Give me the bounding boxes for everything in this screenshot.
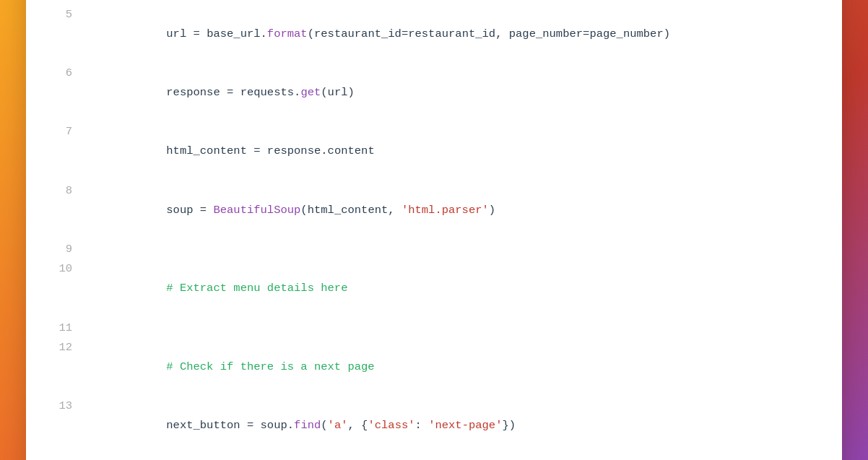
code-table: 1 base_url = 'https://www.talabat.com/re… xyxy=(49,0,819,460)
table-row: 9 xyxy=(49,240,819,259)
table-row: 12 # Check if there is a next page xyxy=(49,338,819,396)
line-number: 14 xyxy=(49,455,72,460)
table-row: 5 url = base_url.format(restaurant_id=re… xyxy=(49,5,819,64)
code-content: next_button = soup.find('a', {'class': '… xyxy=(72,396,819,455)
code-content: # Check if there is a next page xyxy=(72,338,819,396)
code-content xyxy=(72,318,819,338)
table-row: 14 if not next_button: xyxy=(49,455,819,460)
line-number: 8 xyxy=(49,181,72,240)
line-number: 11 xyxy=(49,318,72,338)
table-row: 8 soup = BeautifulSoup(html_content, 'ht… xyxy=(49,181,819,240)
line-number: 7 xyxy=(49,122,72,181)
line-number: 5 xyxy=(49,5,72,64)
line-number: 10 xyxy=(49,259,72,318)
table-row: 13 next_button = soup.find('a', {'class'… xyxy=(49,396,819,455)
code-content: html_content = response.content xyxy=(72,122,819,181)
code-content: soup = BeautifulSoup(html_content, 'html… xyxy=(72,181,819,240)
table-row: 6 response = requests.get(url) xyxy=(49,64,819,122)
code-content: url = base_url.format(restaurant_id=rest… xyxy=(72,5,819,64)
code-editor: 1 base_url = 'https://www.talabat.com/re… xyxy=(26,0,842,460)
code-content: # Extract menu details here xyxy=(72,259,819,318)
line-number: 6 xyxy=(49,64,72,122)
code-content: response = requests.get(url) xyxy=(72,64,819,122)
line-number: 12 xyxy=(49,338,72,396)
code-content: if not next_button: xyxy=(72,455,819,460)
code-content xyxy=(72,240,819,259)
line-number: 9 xyxy=(49,240,72,259)
table-row: 11 xyxy=(49,318,819,338)
table-row: 7 html_content = response.content xyxy=(49,122,819,181)
line-number: 13 xyxy=(49,396,72,455)
table-row: 10 # Extract menu details here xyxy=(49,259,819,318)
